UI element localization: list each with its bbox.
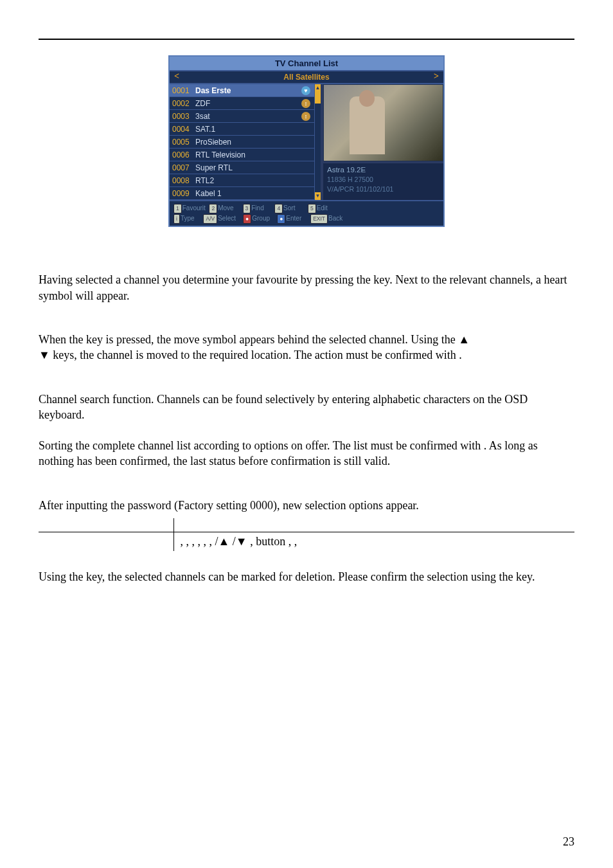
channel-number: 0005 <box>172 138 195 147</box>
key-exit-icon: EXIT <box>310 214 328 224</box>
heart-icon: ♥ <box>301 86 310 95</box>
key-group-icon: ● <box>243 214 251 224</box>
tv-screenshot-wrap: TV Channel List < All Satellites > 0001 … <box>39 55 574 227</box>
channel-name: Das Erste <box>195 86 301 95</box>
info-satellite: Astra 19.2E <box>327 165 440 175</box>
paragraph-delete: Using the key, the selected channels can… <box>39 569 574 584</box>
move-icon: ↕ <box>301 99 310 108</box>
channel-name: RTL Television <box>195 150 312 159</box>
paragraph-move: When the key is pressed, the move symbol… <box>39 332 574 363</box>
preview-column: Astra 19.2E 11836 H 27500 V/A/PCR 101/10… <box>321 84 443 200</box>
screenshot-content-row: 0001 Das Erste ♥ 0002 ZDF ↕ 0003 3sat ↕ … <box>170 84 443 200</box>
key-3-icon: 3 <box>243 204 251 214</box>
key-2-icon: 2 <box>209 204 217 214</box>
key-exit-label: Back <box>328 215 342 222</box>
channel-name: ProSieben <box>195 138 312 147</box>
channel-number: 0001 <box>172 86 195 95</box>
channel-row: 0007 Super RTL <box>170 161 314 174</box>
channel-info-box: Astra 19.2E 11836 H 27500 V/A/PCR 101/10… <box>323 163 443 200</box>
key-3-label: Find <box>251 204 263 212</box>
channel-number: 0004 <box>172 125 195 134</box>
paragraph-edit-password: After inputting the password (Factory se… <box>39 498 574 513</box>
key-4-icon: 4 <box>274 204 283 214</box>
page-number: 23 <box>563 835 574 849</box>
info-transponder: 11836 H 27500 <box>327 175 440 185</box>
scroll-down-icon: ▼ <box>315 192 321 200</box>
channel-name: SAT.1 <box>195 125 312 134</box>
preview-head <box>359 90 375 107</box>
move-icon: ↕ <box>301 112 310 121</box>
channel-number: 0009 <box>172 189 195 198</box>
key-5-label: Edit <box>317 204 328 212</box>
channel-preview-image <box>323 84 443 161</box>
channel-row: 0005 ProSieben <box>170 136 314 149</box>
channel-number: 0003 <box>172 112 195 121</box>
paragraph-move-line2: ▼ keys, the channel is moved to the requ… <box>39 348 462 361</box>
tv-channel-list-screenshot: TV Channel List < All Satellites > 0001 … <box>168 55 445 227</box>
key-av-label: Select <box>218 215 236 222</box>
table-header-row <box>39 518 574 532</box>
channel-number: 0002 <box>172 99 195 108</box>
channel-name: RTL2 <box>195 176 312 185</box>
top-rule <box>39 39 574 40</box>
paragraph-find: Channel search function. Channels can be… <box>39 392 574 423</box>
scroll-track <box>315 104 321 192</box>
channel-row: 0002 ZDF ↕ <box>170 97 314 110</box>
channel-row: 0006 RTL Television <box>170 149 314 161</box>
edit-options-table: , , , , , , /▲ /▼ , button , , <box>39 518 574 551</box>
channel-number: 0006 <box>172 150 195 159</box>
key-i-icon: i <box>173 214 180 224</box>
satellite-label: All Satellites <box>181 73 432 82</box>
screenshot-footer-bar: 1Favourit 2Move 3Find 4Sort 5Edit iType … <box>170 200 443 226</box>
paragraph-sort: Sorting the complete channel list accord… <box>39 438 574 469</box>
table-row: , , , , , , /▲ /▼ , button , , <box>39 532 574 551</box>
screenshot-titlebar: TV Channel List <box>170 57 443 71</box>
key-i-label: Type <box>181 215 195 222</box>
info-pids: V/A/PCR 101/102/101 <box>327 185 440 194</box>
key-group-label: Group <box>252 215 270 222</box>
prev-satellite-icon: < <box>172 73 181 82</box>
key-5-icon: 5 <box>308 204 316 214</box>
satellite-selector-row: < All Satellites > <box>170 71 443 84</box>
key-av-icon: A/V <box>203 214 217 224</box>
key-1-label: Favourit <box>182 204 206 212</box>
channel-name: ZDF <box>195 99 301 108</box>
key-4-label: Sort <box>283 204 295 212</box>
paragraph-favourite: Having selected a channel you determine … <box>39 272 574 303</box>
channel-name: Super RTL <box>195 163 312 172</box>
channel-number: 0008 <box>172 176 195 185</box>
channel-row: 0004 SAT.1 <box>170 123 314 136</box>
table-cell-right: , , , , , , /▲ /▼ , button , , <box>173 532 574 551</box>
paragraph-move-line1: When the key is pressed, the move symbol… <box>39 333 470 346</box>
table-cell-left <box>39 532 173 551</box>
table-header-cell-1 <box>39 518 173 532</box>
scroll-up-icon: ▲ <box>315 84 321 92</box>
channel-row: 0009 Kabel 1 <box>170 187 314 200</box>
key-2-label: Move <box>218 204 233 212</box>
channel-list-column: 0001 Das Erste ♥ 0002 ZDF ↕ 0003 3sat ↕ … <box>170 84 314 200</box>
channel-name: Kabel 1 <box>195 189 312 198</box>
key-enter-label: Enter <box>286 215 301 222</box>
scroll-thumb <box>315 92 321 104</box>
key-1-icon: 1 <box>173 204 182 214</box>
channel-row: 0008 RTL2 <box>170 174 314 187</box>
channel-row: 0001 Das Erste ♥ <box>170 84 314 97</box>
next-satellite-icon: > <box>432 73 441 82</box>
channel-row: 0003 3sat ↕ <box>170 110 314 123</box>
table-header-cell-2 <box>173 518 574 532</box>
channel-number: 0007 <box>172 163 195 172</box>
channel-list-scrollbar: ▲ ▼ <box>314 84 321 200</box>
channel-name: 3sat <box>195 112 301 121</box>
key-enter-icon: ● <box>277 214 285 224</box>
